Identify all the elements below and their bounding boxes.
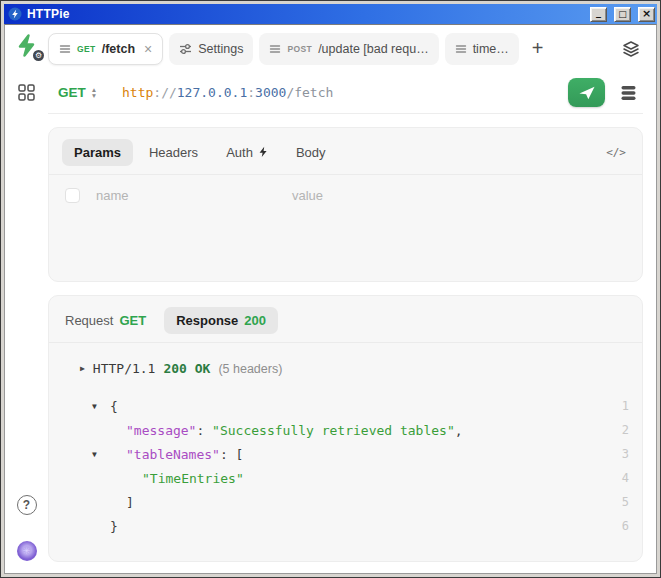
response-body-viewer: ▼ { 1 "message": "Successfully retrieved… — [62, 394, 629, 538]
json-token: , — [455, 423, 463, 438]
status-code-text: 200 OK — [163, 361, 210, 376]
request-stack-icon — [269, 43, 281, 55]
json-token: : — [196, 423, 212, 438]
request-tabs: Params Headers Auth Body </> — [62, 137, 629, 167]
method-label: GET — [58, 85, 86, 100]
new-tab-button[interactable]: + — [532, 37, 544, 60]
tab-label: Settings — [198, 42, 243, 56]
collapsed-arrow-icon[interactable]: ▶ — [80, 364, 85, 373]
tab-method-badge: GET — [77, 44, 96, 54]
divider — [49, 342, 642, 343]
json-token: : [ — [220, 447, 243, 462]
headers-count-text: (5 headers) — [218, 362, 282, 376]
protocol-text: HTTP/1.1 — [93, 361, 156, 376]
json-key: "tableNames" — [126, 447, 220, 462]
user-avatar[interactable]: ✳ — [17, 541, 37, 561]
fold-open-icon[interactable]: ▼ — [92, 402, 110, 411]
json-line: "TimeEntries" 4 — [92, 466, 629, 490]
layers-icon — [622, 40, 640, 58]
tab-body-label: Body — [296, 145, 326, 160]
url-scheme: http — [122, 85, 153, 100]
param-name-input[interactable]: name — [96, 188, 292, 203]
sliders-icon — [179, 43, 192, 55]
help-button[interactable]: ? — [17, 495, 37, 515]
tab-bar: GET /fetch × Settings — [48, 32, 643, 65]
param-value-input[interactable]: value — [292, 188, 323, 203]
line-number: 2 — [611, 423, 629, 437]
json-token: } — [110, 519, 118, 534]
tab-list-button[interactable] — [622, 40, 640, 58]
tab-request-label: Request — [65, 313, 113, 328]
code-view-button[interactable]: </> — [606, 146, 629, 159]
json-line: "message": "Successfully retrieved table… — [92, 418, 629, 442]
tab-label: /fetch — [102, 42, 135, 56]
tab-close-icon[interactable]: × — [144, 41, 152, 57]
grid-icon — [18, 84, 35, 101]
window-title: HTTPie — [27, 7, 583, 21]
close-button[interactable]: × — [638, 7, 655, 22]
line-number: 1 — [611, 399, 629, 413]
request-history-button[interactable] — [620, 84, 637, 102]
line-number: 4 — [611, 471, 629, 485]
json-string: "TimeEntries" — [142, 471, 244, 486]
left-rail: ⚙ ? ✳ — [5, 25, 48, 573]
tab-time[interactable]: time… — [445, 33, 519, 65]
response-status-line[interactable]: ▶ HTTP/1.1 200 OK (5 headers) — [62, 361, 629, 376]
paper-plane-icon — [578, 85, 596, 101]
divider — [49, 174, 642, 175]
url-host: 127.0.0.1 — [177, 85, 247, 100]
tab-get-fetch[interactable]: GET /fetch × — [48, 33, 163, 65]
json-token: { — [110, 399, 118, 414]
main-content: GET /fetch × Settings — [48, 25, 656, 573]
httpie-logo: ⚙ — [13, 32, 40, 59]
tab-label: /update [bad requ… — [318, 42, 429, 56]
app-body: ⚙ ? ✳ — [4, 24, 657, 574]
stack-icon — [620, 84, 637, 102]
fold-open-icon[interactable]: ▼ — [92, 450, 110, 459]
tab-response-label: Response — [176, 313, 238, 328]
url-colon: : — [247, 85, 255, 100]
tab-method-badge: POST — [287, 44, 312, 54]
tab-headers[interactable]: Headers — [137, 139, 210, 166]
line-number: 5 — [611, 495, 629, 509]
url-separator: :// — [153, 85, 176, 100]
line-number: 6 — [611, 519, 629, 533]
line-number: 3 — [611, 447, 629, 461]
request-panel: Params Headers Auth Body </> — [48, 127, 643, 282]
tab-settings[interactable]: Settings — [169, 33, 253, 65]
tab-headers-label: Headers — [149, 145, 198, 160]
json-string: "Successfully retrieved tables" — [212, 423, 455, 438]
minimize-button[interactable]: _ — [590, 7, 607, 22]
tab-params[interactable]: Params — [62, 139, 133, 166]
maximize-button[interactable]: □ — [614, 7, 631, 22]
tab-label: time… — [473, 42, 509, 56]
tab-request-method: GET — [119, 313, 146, 328]
workspaces-button[interactable] — [18, 84, 35, 105]
url-input[interactable]: http://127.0.0.1:3000/fetch — [122, 85, 333, 100]
method-dropdown[interactable]: GET ▲▼ — [58, 85, 122, 100]
url-bar: GET ▲▼ http://127.0.0.1:3000/fetch — [48, 72, 643, 114]
tab-auth-label: Auth — [226, 145, 253, 160]
json-token: ] — [126, 495, 134, 510]
tab-response[interactable]: Response 200 — [164, 307, 278, 334]
tab-auth[interactable]: Auth — [214, 139, 280, 166]
param-checkbox[interactable] — [65, 188, 80, 203]
json-key: "message" — [126, 423, 196, 438]
request-stack-icon — [455, 43, 467, 55]
tab-body[interactable]: Body — [284, 139, 338, 166]
send-button[interactable] — [568, 78, 605, 107]
logo-gear-badge-icon: ⚙ — [33, 50, 44, 61]
tab-post-update[interactable]: POST /update [bad requ… — [259, 33, 438, 65]
request-stack-icon — [59, 43, 71, 55]
json-line: ▼ { 1 — [92, 394, 629, 418]
url-path: /fetch — [286, 85, 333, 100]
tab-request[interactable]: Request GET — [62, 313, 146, 328]
json-line: } 6 — [92, 514, 629, 538]
tab-params-label: Params — [74, 145, 121, 160]
json-line: ▼ "tableNames": [ 3 — [92, 442, 629, 466]
response-tabs: Request GET Response 200 — [62, 305, 629, 335]
response-panel: Request GET Response 200 ▶ HTTP/1.1 200 … — [48, 295, 643, 562]
window-app-icon — [8, 7, 22, 21]
json-line: ] 5 — [92, 490, 629, 514]
url-port: 3000 — [255, 85, 286, 100]
